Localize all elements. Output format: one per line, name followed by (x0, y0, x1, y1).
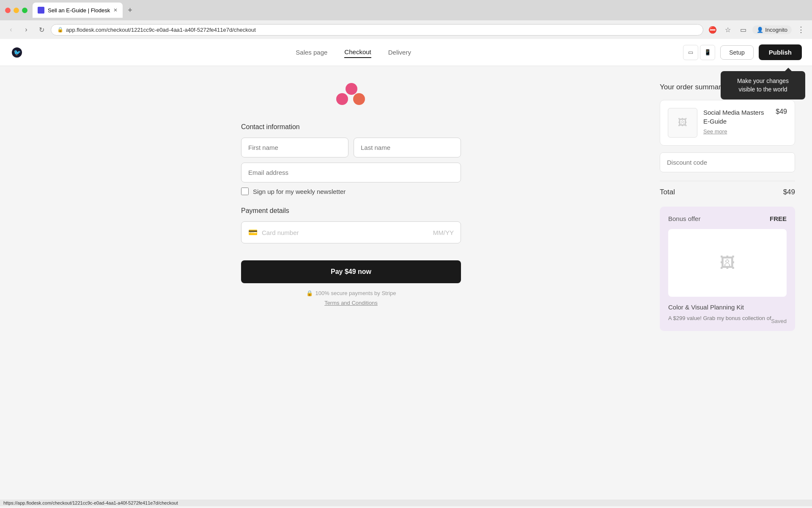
browser-chrome: Sell an E-Guide | Flodesk ✕ + ‹ › ↻ 🔒 ap… (0, 0, 812, 39)
maximize-dot[interactable] (22, 8, 27, 13)
mobile-view-button[interactable]: 📱 (700, 45, 715, 60)
bonus-offer: Bonus offer FREE 🖼 Color & Visual Planni… (660, 207, 795, 331)
setup-button[interactable]: Setup (720, 45, 754, 60)
nav-checkout[interactable]: Checkout (344, 47, 371, 58)
logo-icon: 🐦 (12, 47, 22, 58)
brand-logo (241, 83, 461, 106)
total-row: Total $49 (660, 188, 795, 196)
product-price: $49 (776, 108, 787, 116)
total-amount: $49 (783, 188, 795, 196)
circle-left (336, 93, 348, 105)
card-number-placeholder: Card number (262, 229, 429, 236)
app-logo[interactable]: 🐦 (10, 46, 24, 59)
order-item-details: Social Media Masters E-Guide See more (703, 108, 770, 135)
camera-icon[interactable]: ⛔ (707, 24, 719, 36)
star-icon[interactable]: ☆ (722, 24, 734, 36)
tooltip-text: Make your changes visible to the world (737, 77, 789, 93)
circle-right (353, 93, 365, 105)
tab-close-icon[interactable]: ✕ (113, 7, 118, 13)
browser-toolbar-actions: ⛔ ☆ ▭ 👤 Incognito ⋮ (707, 24, 807, 36)
publish-tooltip: Make your changes visible to the world (721, 71, 805, 99)
payment-section-title: Payment details (241, 207, 461, 215)
card-expiry-placeholder: MM/YY (433, 229, 454, 236)
browser-dots (5, 8, 27, 13)
payment-section: Payment details 💳 Card number MM/YY (241, 207, 461, 243)
email-input[interactable] (241, 163, 461, 182)
terms-link[interactable]: Terms and Conditions (241, 300, 461, 306)
bonus-item-desc: A $299 value! Grab my bonus collection o… (668, 314, 787, 323)
bonus-label: Bonus offer (668, 215, 700, 222)
see-more-link[interactable]: See more (703, 128, 770, 135)
circle-top (346, 83, 357, 95)
saved-badge: Saved (771, 318, 787, 324)
nav-delivery[interactable]: Delivery (388, 47, 411, 58)
pay-button[interactable]: Pay $49 now (241, 260, 461, 283)
minimize-dot[interactable] (14, 8, 19, 13)
card-icon: 💳 (248, 228, 258, 237)
last-name-input[interactable] (354, 138, 461, 157)
status-bar-url: https://app.flodesk.com/checkout/1221cc9… (3, 500, 178, 505)
secure-text: 100% secure payments by Stripe (315, 290, 396, 296)
profile-label: Incognito (765, 27, 787, 33)
discount-field (660, 152, 795, 172)
divider (660, 181, 795, 181)
app-nav: Sales page Checkout Delivery (24, 47, 683, 58)
product-name: Social Media Masters E-Guide (703, 108, 770, 126)
first-name-field (241, 138, 348, 157)
close-dot[interactable] (5, 8, 11, 13)
first-name-input[interactable] (241, 138, 348, 157)
profile-badge[interactable]: 👤 Incognito (752, 25, 792, 34)
last-name-field (354, 138, 461, 157)
tab-title: Sell an E-Guide | Flodesk (48, 7, 110, 14)
browser-status-bar: https://app.flodesk.com/checkout/1221cc9… (0, 500, 812, 506)
product-image-icon: 🖼 (678, 117, 687, 128)
newsletter-label: Sign up for my weekly newsletter (253, 188, 346, 195)
discount-input[interactable] (660, 153, 795, 172)
bonus-free: FREE (770, 215, 787, 222)
order-item: 🖼 Social Media Masters E-Guide See more … (660, 100, 795, 146)
header-actions: ▭ 📱 Setup Publish (683, 44, 802, 60)
secure-payment: 🔒 100% secure payments by Stripe (241, 290, 461, 296)
desktop-view-button[interactable]: ▭ (683, 45, 698, 60)
back-button[interactable]: ‹ (5, 24, 17, 36)
main-content: Contact information Sign up for my weekl… (0, 66, 812, 500)
bonus-image: 🖼 (668, 229, 787, 297)
order-summary: Your order summary 🖼 Social Media Master… (651, 66, 812, 500)
profile-icon: 👤 (757, 27, 763, 33)
browser-title-bar: Sell an E-Guide | Flodesk ✕ + (0, 0, 812, 20)
forward-button[interactable]: › (20, 24, 32, 36)
security-lock-icon: 🔒 (306, 290, 313, 296)
nav-sales-page[interactable]: Sales page (296, 47, 327, 58)
newsletter-checkbox[interactable] (241, 188, 249, 195)
tab-favicon (38, 7, 44, 14)
refresh-button[interactable]: ↻ (36, 24, 47, 36)
bonus-header: Bonus offer FREE (668, 215, 787, 222)
checkout-form: Contact information Sign up for my weekl… (241, 83, 461, 483)
brand-circles (336, 83, 366, 106)
newsletter-row: Sign up for my weekly newsletter (241, 188, 461, 195)
lock-icon: 🔒 (57, 27, 63, 33)
bonus-item-name: Color & Visual Planning Kit (668, 304, 787, 311)
bonus-image-placeholder-icon: 🖼 (720, 254, 735, 272)
terms-anchor[interactable]: Terms and Conditions (324, 300, 378, 306)
app-header: 🐦 Sales page Checkout Delivery ▭ 📱 Setup… (0, 39, 812, 66)
contact-section-title: Contact information (241, 123, 461, 131)
address-bar[interactable]: 🔒 app.flodesk.com/checkout/1221cc9c-e0ad… (51, 24, 703, 36)
order-item-image: 🖼 (668, 108, 697, 138)
checkout-area: Contact information Sign up for my weekl… (0, 66, 651, 500)
view-toggle: ▭ 📱 (683, 45, 715, 60)
browser-toolbar: ‹ › ↻ 🔒 app.flodesk.com/checkout/1221cc9… (0, 20, 812, 39)
publish-button[interactable]: Publish (759, 44, 802, 60)
name-row (241, 138, 461, 157)
cast-icon[interactable]: ▭ (737, 24, 749, 36)
new-tab-button[interactable]: + (124, 4, 136, 17)
browser-menu-icon[interactable]: ⋮ (795, 24, 807, 36)
address-text: app.flodesk.com/checkout/1221cc9c-e0ad-4… (66, 27, 256, 33)
browser-tab[interactable]: Sell an E-Guide | Flodesk ✕ (33, 3, 123, 18)
total-label: Total (660, 188, 675, 196)
card-input-wrapper: 💳 Card number MM/YY (241, 221, 461, 243)
